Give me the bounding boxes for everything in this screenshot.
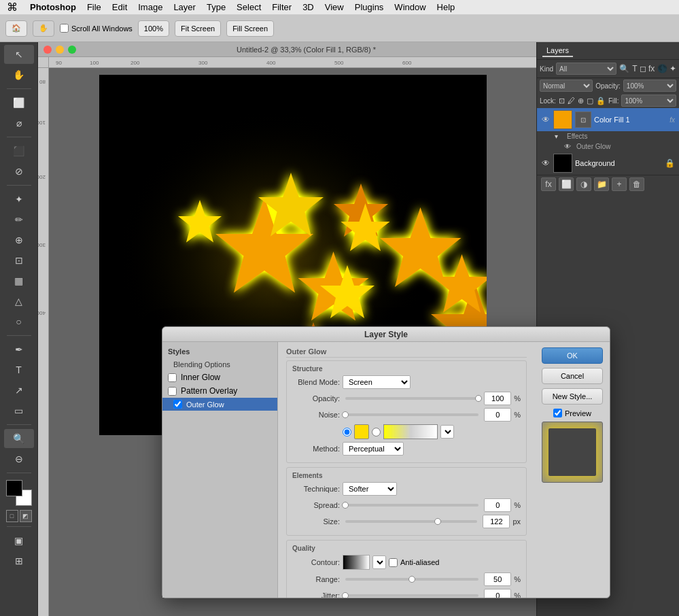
menu-type[interactable]: Type	[201, 0, 231, 14]
fx-button[interactable]: fx	[541, 177, 556, 191]
menu-file[interactable]: File	[82, 0, 107, 14]
lock-transparent-icon[interactable]: ⊡	[559, 97, 565, 105]
outer-glow-item[interactable]: Outer Glow	[162, 398, 277, 411]
eraser-tool[interactable]: ⊡	[4, 251, 34, 270]
range-input[interactable]	[484, 572, 511, 586]
spread-slider[interactable]	[345, 504, 478, 507]
foreground-color-swatch[interactable]	[6, 480, 22, 496]
blend-mode-field-select[interactable]: Screen	[343, 375, 411, 389]
noise-slider[interactable]	[345, 413, 478, 416]
lasso-tool[interactable]: ⌀	[4, 114, 34, 133]
preview-checkbox[interactable]	[553, 409, 562, 417]
contour-options-select[interactable]: ▾	[372, 555, 386, 569]
opacity-select[interactable]: 100%	[623, 80, 676, 92]
menu-plugins[interactable]: Plugins	[349, 0, 389, 14]
inner-glow-item[interactable]: Inner Glow	[162, 371, 277, 384]
ok-button[interactable]: OK	[542, 347, 603, 364]
lock-all-icon[interactable]: 🔒	[596, 97, 606, 105]
maximize-button[interactable]	[68, 46, 76, 54]
inner-glow-checkbox[interactable]	[168, 373, 177, 382]
menu-layer[interactable]: Layer	[168, 0, 201, 14]
jitter-thumb[interactable]	[342, 592, 349, 598]
hand-tool-button[interactable]: ✋	[33, 20, 54, 37]
opacity-thumb[interactable]	[475, 395, 482, 402]
gradient-radio[interactable]	[372, 428, 381, 437]
jitter-input[interactable]	[484, 589, 511, 598]
close-button[interactable]	[43, 46, 52, 54]
type-tool[interactable]: T	[4, 360, 34, 379]
gradient-preview[interactable]	[383, 424, 438, 439]
lock-artboard-icon[interactable]: ▢	[587, 97, 593, 105]
zoom-tool[interactable]: 🔍	[4, 429, 34, 448]
layer-item-background[interactable]: 👁 Background 🔒	[537, 152, 679, 175]
jitter-slider[interactable]	[345, 594, 478, 597]
blur-tool[interactable]: △	[4, 292, 34, 311]
blend-mode-select[interactable]: Normal	[540, 80, 593, 92]
artboard-btn[interactable]: ⊞	[4, 551, 34, 570]
layer-visibility-background[interactable]: 👁	[541, 158, 551, 168]
zoom-value-button[interactable]: 100%	[138, 20, 169, 37]
fill-screen-button[interactable]: Fill Screen	[226, 20, 274, 37]
path-tool[interactable]: ↗	[4, 381, 34, 400]
dodge-tool[interactable]: ○	[4, 312, 34, 331]
menu-window[interactable]: Window	[389, 0, 431, 14]
standard-mode-btn[interactable]: □	[6, 510, 18, 522]
scroll-all-windows-input[interactable]	[60, 24, 69, 33]
size-input[interactable]	[483, 515, 510, 528]
healing-tool[interactable]: ✦	[4, 190, 34, 209]
range-slider[interactable]	[345, 578, 478, 581]
menu-edit[interactable]: Edit	[107, 0, 133, 14]
spread-thumb[interactable]	[342, 502, 349, 509]
effects-header[interactable]: ▾ Effects	[551, 131, 679, 141]
gradient-options-select[interactable]: ▾	[440, 425, 454, 439]
lock-image-icon[interactable]: 🖊	[568, 97, 575, 105]
quick-mask-btn[interactable]: ◩	[20, 510, 32, 522]
add-layer-button[interactable]: +	[612, 177, 627, 191]
new-style-button[interactable]: New Style...	[542, 388, 603, 405]
noise-input[interactable]	[484, 408, 511, 422]
menu-image[interactable]: Image	[133, 0, 168, 14]
size-thumb[interactable]	[434, 518, 441, 525]
delete-layer-button[interactable]: 🗑	[629, 177, 644, 191]
shape-tool[interactable]: ▭	[4, 401, 34, 420]
fit-screen-button[interactable]: Fit Screen	[175, 20, 221, 37]
apple-menu[interactable]: ⌘	[0, 1, 24, 14]
pattern-overlay-item[interactable]: Pattern Overlay	[162, 384, 277, 398]
kind-select[interactable]: All	[556, 63, 616, 75]
menu-filter[interactable]: Filter	[266, 0, 297, 14]
hand-tool[interactable]: ✋	[4, 65, 34, 84]
clone-tool[interactable]: ⊕	[4, 230, 34, 250]
contour-preview[interactable]	[343, 555, 370, 570]
layers-tab[interactable]: Layers	[542, 45, 573, 57]
menu-select[interactable]: Select	[231, 0, 266, 14]
brush-tool[interactable]: ✏	[4, 210, 34, 229]
gradient-tool[interactable]: ▦	[4, 271, 34, 290]
add-group-button[interactable]: 📁	[594, 177, 609, 191]
menu-help[interactable]: Help	[432, 0, 461, 14]
layer-visibility-color-fill[interactable]: 👁	[541, 115, 551, 124]
crop-tool[interactable]: ⬛	[4, 141, 34, 160]
minimize-button[interactable]	[56, 46, 64, 54]
fill-select[interactable]: 100%	[621, 95, 676, 107]
size-slider[interactable]	[345, 520, 477, 523]
blending-options-item[interactable]: Blending Options	[162, 358, 277, 371]
add-layer-mask-button[interactable]: ⬜	[559, 177, 574, 191]
outer-glow-sidebar-checkbox[interactable]	[173, 400, 182, 409]
opacity-slider[interactable]	[345, 397, 478, 400]
range-thumb[interactable]	[408, 576, 415, 583]
method-select[interactable]: Perceptual	[343, 442, 404, 456]
anti-alias-checkbox[interactable]	[389, 558, 398, 567]
cancel-button[interactable]: Cancel	[542, 368, 603, 384]
eyedropper-tool[interactable]: ⊘	[4, 162, 34, 181]
marquee-tool[interactable]: ⬜	[4, 93, 34, 112]
move-tool[interactable]: ↖	[4, 45, 34, 64]
zoom-out-tool[interactable]: ⊖	[4, 449, 34, 468]
search-icon[interactable]: 🔍	[619, 64, 629, 73]
lock-position-icon[interactable]: ⊕	[578, 97, 584, 105]
effects-visibility[interactable]: ▾	[555, 133, 564, 140]
opacity-input[interactable]	[484, 392, 511, 405]
color-swatch-small[interactable]	[354, 424, 369, 439]
solid-color-radio[interactable]	[343, 428, 351, 437]
home-button[interactable]: 🏠	[5, 20, 27, 37]
spread-input[interactable]	[484, 498, 511, 512]
